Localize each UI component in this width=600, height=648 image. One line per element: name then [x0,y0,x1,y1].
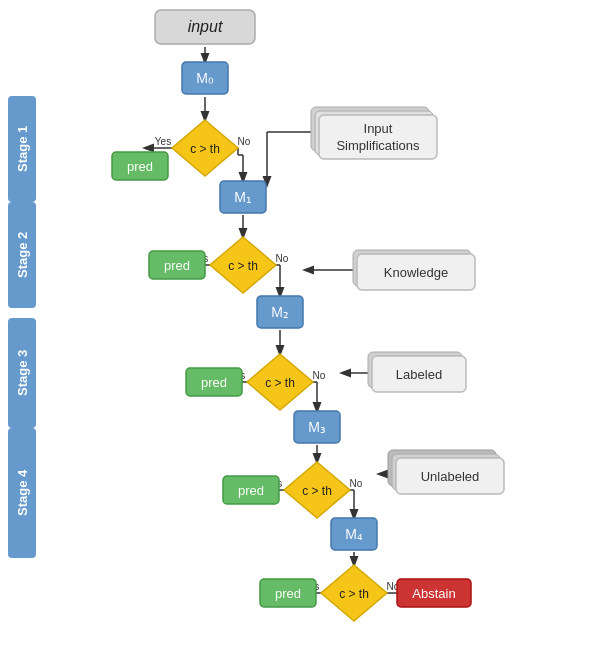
svg-text:pred: pred [127,159,153,174]
svg-text:M₄: M₄ [345,526,363,542]
svg-text:No: No [350,478,363,489]
svg-text:M₀: M₀ [196,70,214,86]
svg-text:No: No [238,136,251,147]
svg-text:M₁: M₁ [234,189,252,205]
svg-text:pred: pred [275,586,301,601]
svg-text:pred: pred [201,375,227,390]
svg-text:input: input [188,18,223,35]
svg-text:No: No [276,253,289,264]
svg-text:M₂: M₂ [271,304,289,320]
svg-text:Input: Input [364,121,393,136]
svg-text:No: No [313,370,326,381]
svg-text:Abstain: Abstain [412,586,455,601]
svg-text:c > th: c > th [228,259,258,273]
svg-text:c > th: c > th [190,142,220,156]
svg-text:M₃: M₃ [308,419,326,435]
svg-text:Yes: Yes [155,136,171,147]
flowchart-diagram: input M₀ c > th Yes No pred Input Simpli… [0,0,600,648]
svg-text:c > th: c > th [265,376,295,390]
svg-text:Knowledge: Knowledge [384,265,448,280]
svg-text:pred: pred [164,258,190,273]
svg-text:pred: pred [238,483,264,498]
svg-text:Unlabeled: Unlabeled [421,469,480,484]
svg-text:Labeled: Labeled [396,367,442,382]
svg-text:c > th: c > th [302,484,332,498]
svg-text:Simplifications: Simplifications [336,138,420,153]
svg-text:c > th: c > th [339,587,369,601]
